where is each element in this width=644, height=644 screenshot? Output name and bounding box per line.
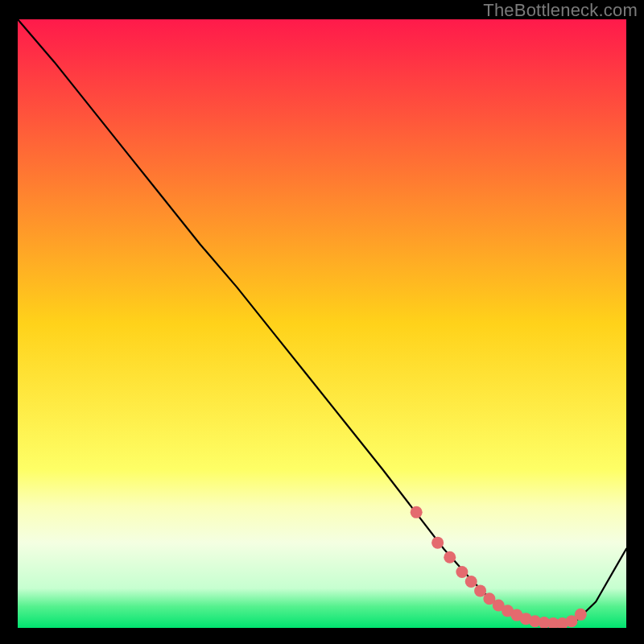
watermark-text: TheBottleneck.com [483,0,638,21]
marker-dot [444,551,456,564]
gradient-background [18,19,626,628]
marker-dot [465,576,477,588]
marker-dot [575,609,587,621]
plot-area [18,19,626,628]
marker-dot [411,506,423,518]
marker-dot [474,584,486,597]
marker-dot [431,537,444,549]
plot-svg [18,19,626,628]
chart-stage: TheBottleneck.com [0,0,644,644]
marker-dot [456,566,468,578]
